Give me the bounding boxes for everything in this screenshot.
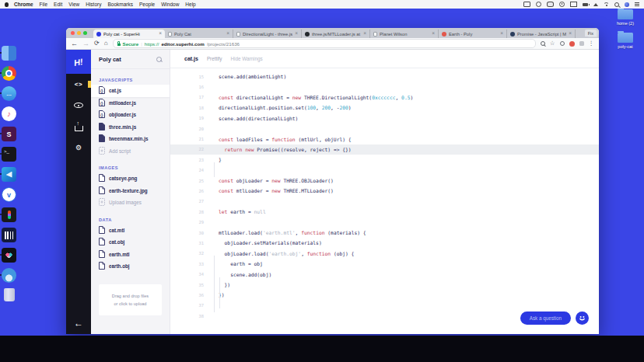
record-icon[interactable] bbox=[536, 2, 541, 7]
window-close-button[interactable] bbox=[71, 31, 75, 35]
file-item-catseye-png[interactable]: catseye.png bbox=[91, 172, 170, 185]
browser-tab[interactable]: Earth - Poly× bbox=[439, 30, 507, 38]
code-line-21[interactable]: 21const loadFiles = function (mtlUrl, ob… bbox=[170, 134, 599, 144]
file-item-mtlloader-js[interactable]: {}mtlloader.js bbox=[91, 97, 170, 110]
code-line-29[interactable]: 29 bbox=[170, 217, 599, 227]
code-line-31[interactable]: 31 objLoader.setMaterials(materials) bbox=[170, 238, 599, 248]
accounts-icon[interactable] bbox=[547, 2, 554, 7]
tab-close-icon[interactable]: × bbox=[432, 31, 435, 37]
code-line-16[interactable]: 16 bbox=[170, 82, 599, 92]
menu-item-edit[interactable]: Edit bbox=[54, 2, 62, 7]
forward-icon[interactable]: → bbox=[82, 40, 89, 47]
file-item-cat-obj[interactable]: cat.obj bbox=[91, 236, 170, 249]
spotlight-icon[interactable] bbox=[614, 2, 619, 7]
window-minimize-button[interactable] bbox=[77, 31, 81, 35]
code-line-15[interactable]: 15scene.add(ambientLight) bbox=[170, 71, 599, 82]
window-zoom-button[interactable] bbox=[83, 31, 87, 35]
search-icon[interactable] bbox=[541, 41, 545, 46]
clock-icon[interactable] bbox=[559, 2, 565, 7]
list-icon[interactable] bbox=[635, 2, 639, 6]
airplay-icon[interactable] bbox=[593, 3, 598, 6]
back-arrow-button[interactable]: ← bbox=[66, 318, 91, 328]
file-item-add-script[interactable]: Add script bbox=[91, 145, 170, 158]
address-bar[interactable]: Secure | https://editor.superhi.com/proj… bbox=[113, 39, 536, 48]
file-item-earth-texture-jpg[interactable]: earth-texture.jpg bbox=[91, 185, 170, 197]
code-view-button[interactable]: <> bbox=[66, 74, 91, 95]
browser-tab[interactable]: three.js/MTLLoader.js at m× bbox=[302, 30, 370, 38]
browser-tab[interactable]: DirectionalLight - three.js d× bbox=[233, 30, 302, 38]
menu-item-chrome[interactable]: Chrome bbox=[14, 2, 33, 7]
menu-item-bookmarks[interactable]: Bookmarks bbox=[107, 2, 133, 7]
dock-item-messages[interactable]: … bbox=[2, 86, 16, 101]
code-line-20[interactable]: 20 bbox=[170, 124, 599, 134]
code-line-17[interactable]: 17const directionalLight = new THREE.Dir… bbox=[170, 92, 599, 103]
dock-item-music[interactable]: ♪ bbox=[2, 106, 16, 121]
superhi-logo[interactable]: H! bbox=[66, 50, 91, 74]
chrome-menu-icon[interactable]: ⋮ bbox=[589, 40, 595, 47]
wifi-icon[interactable] bbox=[604, 2, 609, 6]
tab-close-icon[interactable]: × bbox=[569, 31, 572, 37]
browser-tab[interactable]: Poly cat - SuperHi× bbox=[93, 30, 165, 38]
bookmark-star-icon[interactable]: ☆ bbox=[550, 40, 555, 47]
file-item-earth-mtl[interactable]: earth.mtl bbox=[91, 249, 170, 261]
dock-item-terminal[interactable]: >_ bbox=[2, 147, 16, 162]
dock-item-figma[interactable] bbox=[2, 207, 16, 222]
dock-item-bird[interactable] bbox=[2, 268, 16, 283]
open-file-tab[interactable]: cat.js bbox=[184, 56, 198, 61]
code-line-34[interactable]: 34 scene.add(obj) bbox=[170, 269, 599, 279]
upload-button[interactable] bbox=[66, 116, 91, 137]
home-icon[interactable]: ⌂ bbox=[104, 40, 108, 47]
code-line-32[interactable]: 32 objLoader.load('earth.obj', function … bbox=[170, 249, 599, 259]
tab-close-icon[interactable]: × bbox=[295, 31, 298, 37]
battery-icon[interactable] bbox=[583, 3, 588, 6]
code-line-28[interactable]: 28let earth = null bbox=[170, 207, 599, 217]
desktop-icon-home-2-[interactable]: home (2) bbox=[608, 9, 642, 26]
dock-item-slack[interactable]: S bbox=[2, 127, 16, 141]
code-line-25[interactable]: 25const objLoader = new THREE.OBJLoader(… bbox=[170, 176, 599, 186]
file-item-tweenmax-min-js[interactable]: tweenmax.min.js bbox=[91, 133, 170, 145]
settings-button[interactable]: ⚙ bbox=[66, 137, 91, 158]
menu-item-people[interactable]: People bbox=[139, 2, 155, 7]
menu-item-history[interactable]: History bbox=[86, 2, 101, 7]
browser-tab[interactable]: Promise - JavaScript | MDN× bbox=[507, 30, 576, 38]
code-line-19[interactable]: 19scene.add(directionalLight) bbox=[170, 113, 599, 124]
code-line-24[interactable]: 24 bbox=[170, 165, 599, 176]
code-line-23[interactable]: 23} bbox=[170, 155, 599, 165]
tab-close-icon[interactable]: × bbox=[226, 31, 229, 37]
reload-icon[interactable]: ⟳ bbox=[94, 40, 100, 47]
browser-tab[interactable]: Planet Wilson× bbox=[370, 30, 439, 38]
help-smiley-button[interactable] bbox=[576, 312, 589, 325]
menu-item-help[interactable]: Help bbox=[185, 2, 195, 7]
dock-item-chrome[interactable] bbox=[2, 66, 16, 81]
siri-icon[interactable] bbox=[625, 2, 629, 7]
file-item-three-min-js[interactable]: three.min.js bbox=[91, 121, 170, 134]
file-item-cat-js[interactable]: {}cat.js bbox=[91, 85, 170, 97]
hide-warnings-button[interactable]: Hide Warnings bbox=[231, 56, 263, 61]
menu-item-view[interactable]: View bbox=[68, 2, 79, 7]
menu-item-window[interactable]: Window bbox=[161, 2, 179, 7]
dock-item-paw[interactable] bbox=[2, 248, 16, 263]
menu-item-file[interactable]: File bbox=[40, 2, 47, 7]
tab-close-icon[interactable]: × bbox=[159, 31, 162, 37]
preview-button[interactable] bbox=[66, 95, 91, 116]
code-line-18[interactable]: 18directionalLight.position.set(100, 200… bbox=[170, 103, 599, 113]
prettify-button[interactable]: Prettify bbox=[207, 56, 222, 61]
code-line-27[interactable]: 27 bbox=[170, 197, 599, 207]
tab-close-icon[interactable]: × bbox=[500, 31, 503, 37]
ask-question-button[interactable]: Ask a question bbox=[520, 312, 571, 325]
back-icon[interactable]: ← bbox=[71, 40, 78, 47]
file-item-earth-obj[interactable]: earth.obj bbox=[91, 260, 170, 273]
file-item-upload-images[interactable]: Upload images bbox=[91, 197, 170, 209]
code-editor[interactable]: 15scene.add(ambientLight)1617const direc… bbox=[170, 68, 599, 334]
browser-tab[interactable]: Poly Cat× bbox=[165, 30, 233, 38]
code-line-22[interactable]: 22 return new Promise((resolve, reject) … bbox=[170, 144, 599, 155]
code-line-35[interactable]: 35 }) bbox=[170, 280, 599, 290]
window-icon[interactable] bbox=[523, 2, 530, 7]
dock-item-mail[interactable]: v bbox=[2, 187, 16, 202]
code-line-36[interactable]: 36}) bbox=[170, 290, 599, 300]
extension-icon[interactable] bbox=[560, 41, 565, 46]
file-item-cat-mtl[interactable]: cat.mtl bbox=[91, 225, 170, 237]
code-line-30[interactable]: 30mtlLoader.load('earth.mtl', function (… bbox=[170, 228, 599, 238]
profile-chip[interactable]: Fix bbox=[585, 30, 597, 37]
code-line-37[interactable]: 37 bbox=[170, 301, 599, 311]
